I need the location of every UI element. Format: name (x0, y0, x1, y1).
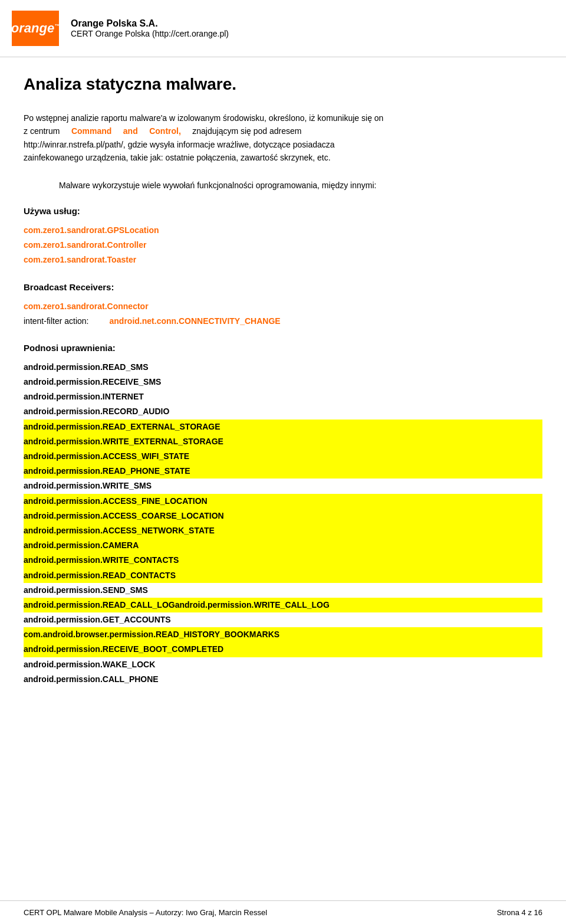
logo-text: orange™ (11, 21, 60, 36)
perm-item-5: android.permission.WRITE_EXTERNAL_STORAG… (24, 434, 542, 449)
malware-block: Malware wykorzystuje wiele wywołań funkc… (24, 179, 542, 192)
perm-item-15: android.permission.SEND_SMS (24, 583, 542, 598)
perm-item-12: android.permission.CAMERA (24, 538, 542, 553)
perm-item-14: android.permission.READ_CONTACTS (24, 568, 542, 583)
permissions-list: android.permission.READ_SMSandroid.permi… (24, 360, 542, 687)
footer: CERT OPL Malware Mobile Analysis – Autor… (0, 900, 566, 924)
header: orange™ Orange Polska S.A. CERT Orange P… (0, 0, 566, 57)
logo-box: orange™ (12, 11, 59, 46)
perm-item-7: android.permission.READ_PHONE_STATE (24, 464, 542, 479)
perm-item-1: android.permission.RECEIVE_SMS (24, 375, 542, 389)
perm-item-0: android.permission.READ_SMS (24, 360, 542, 375)
perm-item-10: android.permission.ACCESS_COARSE_LOCATIO… (24, 509, 542, 523)
intent-filter-label: intent-filter action: (24, 316, 89, 326)
broadcast-header: Broadcast Receivers: (24, 282, 542, 292)
perm-item-18: com.android.browser.permission.READ_HIST… (24, 627, 542, 642)
perm-item-9: android.permission.ACCESS_FINE_LOCATION (24, 494, 542, 509)
perm-item-19: android.permission.RECEIVE_BOOT_COMPLETE… (24, 642, 542, 657)
perm-item-3: android.permission.RECORD_AUDIO (24, 404, 542, 419)
service-item-1: com.zero1.sandrorat.Controller (24, 238, 542, 253)
intro-line1: Po wstępnej analizie raportu malware'a w… (24, 113, 383, 123)
broadcast-block: Broadcast Receivers: com.zero1.sandrorat… (24, 282, 542, 329)
perm-item-11: android.permission.ACCESS_NETWORK_STATE (24, 523, 542, 538)
perm-item-17: android.permission.GET_ACCOUNTS (24, 612, 542, 627)
page-title: Analiza statyczna malware. (24, 75, 542, 94)
connector-item: com.zero1.sandrorat.Connector (24, 299, 542, 314)
service-item-0: com.zero1.sandrorat.GPSLocation (24, 223, 542, 238)
intent-filter-value: android.net.conn.CONNECTIVITY_CHANGE (110, 316, 281, 326)
intro-paragraph: Po wstępnej analizie raportu malware'a w… (24, 112, 542, 165)
page-wrapper: orange™ Orange Polska S.A. CERT Orange P… (0, 0, 566, 924)
permissions-header: Podnosi uprawnienia: (24, 343, 542, 353)
malware-paragraph: Malware wykorzystuje wiele wywołań funkc… (59, 179, 542, 192)
perm-item-21: android.permission.CALL_PHONE (24, 672, 542, 687)
header-url: CERT Orange Polska (http://cert.orange.p… (71, 29, 229, 38)
permissions-block: Podnosi uprawnienia: android.permission.… (24, 343, 542, 687)
intro-line3: http://winrar.nstrefa.pl/path/, gdzie wy… (24, 140, 335, 149)
command-text: Command (71, 126, 111, 136)
perm-item-4: android.permission.READ_EXTERNAL_STORAGE (24, 420, 542, 434)
perm-item-16: android.permission.READ_CALL_LOGandroid.… (24, 598, 542, 612)
header-company: Orange Polska S.A. (71, 18, 229, 29)
uses-services-block: Używa usług: com.zero1.sandrorat.GPSLoca… (24, 206, 542, 268)
intent-filter-line: intent-filter action: android.net.conn.C… (24, 314, 542, 329)
uses-services-header: Używa usług: (24, 206, 542, 216)
service-item-2: com.zero1.sandrorat.Toaster (24, 253, 542, 267)
perm-item-13: android.permission.WRITE_CONTACTS (24, 553, 542, 568)
perm-item-8: android.permission.WRITE_SMS (24, 479, 542, 493)
logo-tm: ™ (54, 23, 60, 29)
and-text: and (123, 126, 138, 136)
services-list: com.zero1.sandrorat.GPSLocation com.zero… (24, 223, 542, 268)
control-text: Control, (149, 126, 181, 136)
intro-block: Po wstępnej analizie raportu malware'a w… (24, 112, 542, 165)
header-info: Orange Polska S.A. CERT Orange Polska (h… (71, 18, 229, 38)
main-content: Analiza statyczna malware. Po wstępnej a… (0, 57, 566, 924)
perm-item-6: android.permission.ACCESS_WIFI_STATE (24, 449, 542, 464)
footer-left: CERT OPL Malware Mobile Analysis – Autor… (24, 908, 267, 917)
intro-line2-start: z centrum (24, 126, 60, 136)
footer-right: Strona 4 z 16 (497, 908, 542, 917)
perm-item-2: android.permission.INTERNET (24, 389, 542, 404)
intro-line4: zainfekowanego urządzenia, takie jak: os… (24, 153, 331, 162)
intro-line2-end: znajdującym się pod adresem (192, 126, 301, 136)
perm-item-20: android.permission.WAKE_LOCK (24, 657, 542, 672)
